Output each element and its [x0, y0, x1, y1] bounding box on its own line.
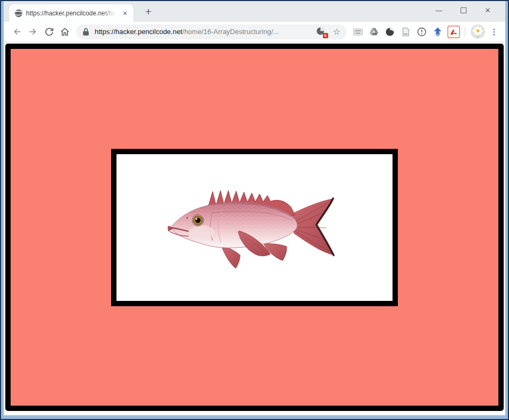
minimize-button[interactable]: — [427, 3, 451, 18]
window-controls: — ✕ [427, 2, 500, 18]
forward-arrow-icon [28, 27, 38, 37]
new-tab-button[interactable]: + [141, 5, 156, 20]
url-path: /home/16-ArrayDestructuring/... [182, 28, 279, 36]
close-button[interactable]: ✕ [475, 3, 500, 18]
back-button[interactable] [9, 24, 25, 40]
document-extension-icon[interactable] [398, 24, 414, 40]
page-viewport [4, 42, 505, 415]
address-bar[interactable]: https://hacker.pencilcode.net/home/16-Ar… [76, 24, 347, 39]
url-text: https://hacker.pencilcode.net/home/16-Ar… [95, 28, 316, 36]
page-canvas [5, 44, 504, 411]
adobe-acrobat-frame [447, 26, 460, 38]
bookmark-star-icon[interactable]: ☆ [333, 28, 340, 36]
titlebar: https://hacker.pencilcode.net/ho ✕ + — ✕ [4, 1, 505, 22]
maximize-button[interactable] [451, 3, 475, 18]
maximize-icon [461, 7, 466, 13]
reload-button[interactable] [41, 24, 57, 40]
home-button[interactable] [57, 24, 73, 40]
browser-window: https://hacker.pencilcode.net/ho ✕ + — ✕ [0, 0, 509, 420]
alert-extension-icon[interactable] [414, 24, 430, 40]
back-arrow-icon [12, 27, 22, 37]
blue-pointer-extension-icon[interactable] [430, 24, 446, 40]
profile-avatar[interactable] [471, 24, 485, 39]
url-host: https://hacker.pencilcode.net [95, 28, 182, 36]
cookie-blocked-badge: x [323, 33, 328, 38]
extensions-area: ⋮ [350, 24, 501, 40]
fish-image [166, 181, 343, 274]
globe-icon [14, 9, 23, 18]
keyboard-extension-icon[interactable] [350, 24, 366, 40]
tab-title: https://hacker.pencilcode.net/ho [26, 10, 118, 17]
image-frame [111, 149, 398, 306]
lock-icon[interactable] [82, 28, 89, 36]
adobe-acrobat-icon[interactable] [446, 24, 462, 40]
google-drive-icon[interactable] [366, 24, 382, 40]
toolbar: https://hacker.pencilcode.net/home/16-Ar… [4, 22, 505, 42]
window-frame: https://hacker.pencilcode.net/ho ✕ + — ✕ [1, 1, 508, 419]
daisy-avatar-image [471, 24, 485, 39]
cookies-blocked-icon[interactable]: x [316, 27, 327, 37]
chrome-menu-button[interactable]: ⋮ [487, 24, 501, 40]
forward-button[interactable] [25, 24, 41, 40]
home-icon [60, 27, 70, 37]
dark-circle-extension-icon[interactable] [382, 24, 398, 40]
tab-close-icon[interactable]: ✕ [121, 9, 129, 18]
browser-tab[interactable]: https://hacker.pencilcode.net/ho ✕ [9, 4, 133, 22]
toolbar-separator [465, 27, 465, 37]
reload-icon [44, 27, 54, 37]
